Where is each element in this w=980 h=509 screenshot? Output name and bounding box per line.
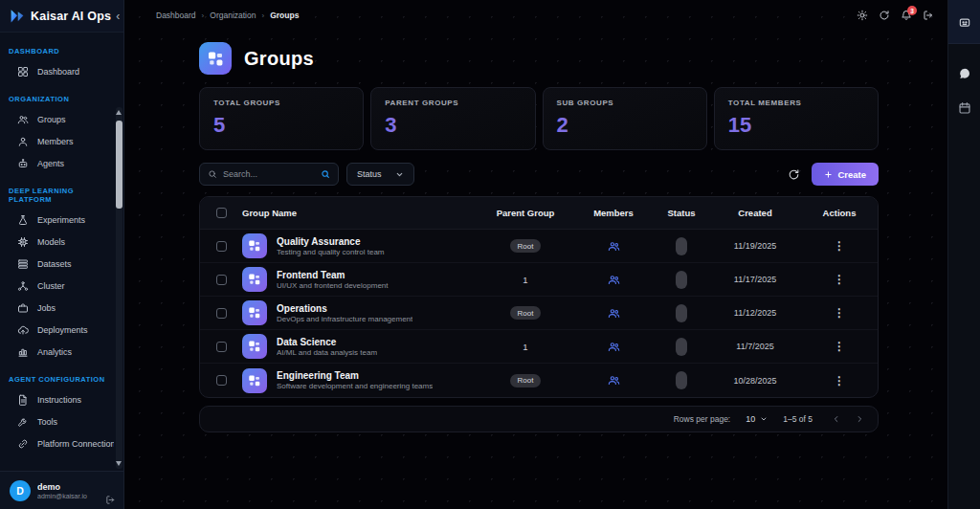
- members-icon[interactable]: [608, 307, 620, 320]
- next-page-icon[interactable]: [855, 414, 864, 424]
- table-body: Quality AssuranceTesting and quality con…: [200, 230, 878, 397]
- previous-page-icon[interactable]: [832, 414, 841, 424]
- stats-row: TOTAL GROUPS5PARENT GROUPS3SUB GROUPS2TO…: [199, 87, 879, 150]
- table-row-frontend-team[interactable]: Frontend TeamUI/UX and frontend developm…: [200, 263, 878, 297]
- sidebar-item-groups[interactable]: Groups: [0, 108, 114, 130]
- row-actions-menu-icon[interactable]: ⋮: [834, 239, 845, 253]
- status-toggle[interactable]: [676, 271, 687, 289]
- app-logo-icon: [9, 8, 26, 25]
- sidebar-item-analytics[interactable]: Analytics: [0, 341, 114, 363]
- row-checkbox[interactable]: [216, 375, 227, 386]
- page-header: Groups: [199, 42, 879, 75]
- row-checkbox[interactable]: [216, 275, 227, 285]
- row-actions-menu-icon[interactable]: ⋮: [834, 306, 845, 320]
- table-refresh-icon[interactable]: [788, 168, 800, 181]
- created-date: 11/19/2025: [709, 241, 801, 251]
- search-input[interactable]: [223, 169, 315, 179]
- status-toggle[interactable]: [676, 338, 687, 356]
- sidebar-item-datasets[interactable]: Datasets: [0, 253, 114, 275]
- stat-card-parent-groups: PARENT GROUPS3: [370, 87, 535, 150]
- sidebar-section-label: ORGANIZATION: [9, 95, 114, 103]
- breadcrumb-item-organization[interactable]: Organization: [210, 11, 256, 20]
- assistant-panel-toggle[interactable]: [948, 0, 980, 44]
- status-filter-select[interactable]: Status: [346, 163, 414, 186]
- sidebar-item-agents[interactable]: Agents: [0, 152, 114, 174]
- select-all-checkbox[interactable]: [216, 208, 227, 218]
- sidebar-item-jobs[interactable]: Jobs: [0, 297, 114, 319]
- theme-toggle-sun-icon[interactable]: [857, 10, 868, 21]
- row-actions-menu-icon[interactable]: ⋮: [834, 340, 845, 353]
- parent-group-value: 1: [523, 275, 527, 285]
- members-icon[interactable]: [608, 240, 620, 253]
- table-row-data-science[interactable]: Data ScienceAI/ML and data analysis team…: [200, 330, 878, 364]
- row-checkbox[interactable]: [216, 342, 227, 352]
- table-row-quality-assurance[interactable]: Quality AssuranceTesting and quality con…: [200, 230, 878, 263]
- right-rail: [947, 0, 980, 509]
- table-row-engineering-team[interactable]: Engineering TeamSoftware development and…: [200, 364, 878, 397]
- rows-per-page-select[interactable]: 10: [746, 414, 768, 424]
- pagination-bar: Rows per page: 10 1–5 of 5: [199, 406, 879, 432]
- logout-icon[interactable]: [923, 10, 934, 21]
- robot-assistant-icon[interactable]: [958, 15, 971, 29]
- row-actions-menu-icon[interactable]: ⋮: [834, 374, 845, 387]
- sidebar-item-members[interactable]: Members: [0, 130, 114, 152]
- parent-group-badge: Root: [510, 306, 542, 320]
- search-submit-icon[interactable]: [321, 169, 330, 179]
- created-date: 11/17/2025: [709, 275, 801, 284]
- group-row-icon: [242, 334, 267, 359]
- user-card[interactable]: D demo admin@kaisar.io: [0, 471, 123, 509]
- stat-card-total-groups: TOTAL GROUPS5: [199, 87, 364, 150]
- status-toggle[interactable]: [676, 371, 687, 389]
- wrench-icon: [17, 416, 29, 428]
- sidebar-item-tools[interactable]: Tools: [0, 410, 114, 432]
- sidebar-item-experiments[interactable]: Experiments: [0, 209, 114, 231]
- status-toggle[interactable]: [676, 237, 687, 255]
- group-row-icon: [242, 267, 267, 292]
- create-button[interactable]: Create: [812, 163, 879, 186]
- row-checkbox[interactable]: [216, 308, 227, 319]
- sign-out-icon[interactable]: [105, 495, 116, 505]
- sidebar-item-models[interactable]: Models: [0, 231, 114, 253]
- chat-bubble-icon[interactable]: [958, 67, 971, 80]
- app-title: Kaisar AI Ops: [31, 10, 111, 23]
- group-description: UI/UX and frontend development: [277, 281, 389, 290]
- sidebar-item-deployments[interactable]: Deployments: [0, 319, 114, 341]
- sidebar-item-label: Members: [37, 137, 74, 146]
- scroll-up-arrow-icon[interactable]: [116, 110, 122, 115]
- pagination-range: 1–5 of 5: [783, 414, 813, 424]
- search-box[interactable]: [199, 163, 339, 186]
- members-icon[interactable]: [608, 374, 620, 387]
- scroll-down-arrow-icon[interactable]: [116, 461, 122, 466]
- robot-icon: [17, 158, 29, 169]
- scrollbar-thumb[interactable]: [116, 121, 122, 209]
- sidebar-scrollbar[interactable]: [116, 107, 122, 469]
- sidebar-item-label: Analytics: [37, 347, 72, 357]
- row-actions-menu-icon[interactable]: ⋮: [834, 273, 845, 286]
- groups-table: Group Name Parent Group Members Status C…: [199, 196, 879, 398]
- breadcrumb-item-dashboard[interactable]: Dashboard: [156, 11, 196, 20]
- sidebar-item-instructions[interactable]: Instructions: [0, 388, 114, 410]
- stat-label: SUB GROUPS: [557, 99, 693, 107]
- sidebar-item-label: Jobs: [37, 303, 56, 313]
- breadcrumb-item-groups[interactable]: Groups: [270, 11, 299, 20]
- members-icon[interactable]: [608, 274, 620, 286]
- sidebar-item-cluster[interactable]: Cluster: [0, 275, 114, 297]
- table-row-operations[interactable]: OperationsDevOps and infrastructure mana…: [200, 297, 878, 330]
- refresh-icon[interactable]: [879, 10, 890, 21]
- sidebar-collapse-button[interactable]: ‹: [116, 10, 122, 23]
- members-icon[interactable]: [608, 341, 620, 353]
- group-name: Data Science: [277, 337, 377, 347]
- chip-icon: [17, 236, 29, 248]
- status-toggle[interactable]: [676, 304, 687, 322]
- sidebar-item-platform-connections[interactable]: Platform Connections: [0, 432, 114, 454]
- topbar-actions: 3: [857, 10, 934, 21]
- notifications-bell-icon[interactable]: 3: [901, 10, 912, 21]
- briefcase-icon: [17, 302, 29, 314]
- calendar-icon[interactable]: [958, 101, 971, 115]
- sidebar-item-dashboard[interactable]: Dashboard: [0, 60, 114, 82]
- group-description: Testing and quality control team: [277, 248, 385, 256]
- user-avatar[interactable]: D: [10, 480, 31, 501]
- sidebar-item-label: Platform Connections: [37, 439, 114, 449]
- breadcrumb-separator: ›: [261, 11, 264, 20]
- row-checkbox[interactable]: [216, 241, 227, 252]
